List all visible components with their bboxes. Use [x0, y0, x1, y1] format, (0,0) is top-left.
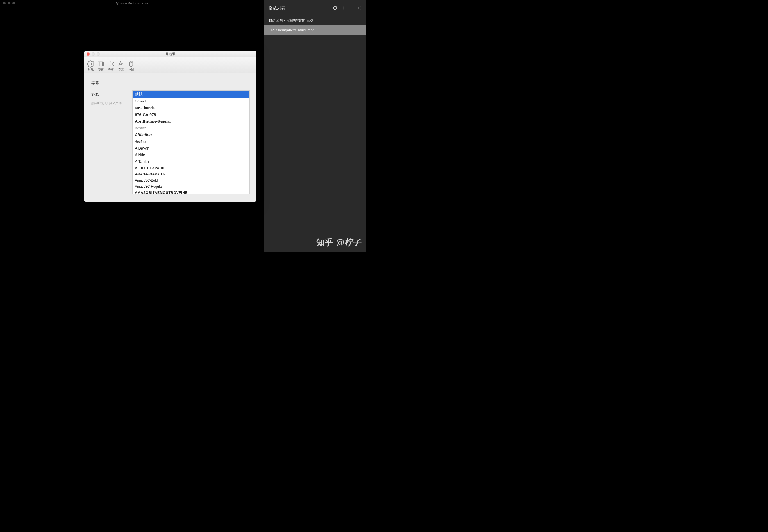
font-option[interactable]: ALDOTHEAPACHE — [132, 165, 250, 171]
tab-video-label: 视频 — [98, 68, 104, 72]
font-option[interactable]: 676-CAI978 — [132, 111, 250, 118]
close-icon[interactable] — [357, 6, 362, 10]
font-option[interactable]: AmaticSC-Regular — [132, 184, 250, 190]
tab-general[interactable]: 常规 — [86, 60, 96, 72]
tab-general-label: 常规 — [88, 68, 93, 72]
mouse-icon — [127, 60, 135, 68]
playlist-header: 播放列表 — [264, 0, 366, 16]
font-field-row: 字体: 需要重新打开媒体文件. 默认123and60SEkuntia676-CA… — [91, 90, 250, 194]
tab-subtitle[interactable]: + 字幕 — [116, 60, 126, 72]
font-option[interactable]: AMAZOBITAEMOSTROVFINE — [132, 190, 250, 194]
prefs-body: 字幕 字体: 需要重新打开媒体文件. 默认123and60SEkuntia676… — [84, 73, 257, 202]
refresh-icon[interactable] — [333, 6, 337, 10]
playlist-item[interactable]: 封茗囧菌 - 安娜的橱窗.mp3 — [264, 16, 366, 25]
font-option[interactable]: Againts — [132, 138, 250, 145]
watermark: 知乎 @柠子 — [316, 237, 361, 248]
tab-audio-label: 音频 — [108, 68, 114, 72]
add-icon[interactable] — [341, 6, 345, 10]
field-left-column: 字体: 需要重新打开媒体文件. — [91, 90, 132, 105]
playlist-panel: 播放列表 封茗囧菌 - 安娜的橱窗.mp3URLManagerPro_macll… — [264, 0, 366, 252]
tab-control[interactable]: 控制 — [126, 60, 136, 72]
tab-subtitle-label: 字幕 — [118, 68, 124, 72]
playlist-title: 播放列表 — [269, 5, 285, 11]
main-window-title: M www.MacDown.com — [0, 1, 264, 5]
prefs-title: 首选项 — [84, 52, 257, 56]
tab-video[interactable]: 视频 — [96, 60, 106, 72]
font-option[interactable]: 60SEkuntia — [132, 105, 250, 111]
tab-control-label: 控制 — [128, 68, 134, 72]
gear-icon — [87, 60, 94, 68]
macdown-logo-icon: M — [116, 2, 119, 5]
svg-rect-6 — [98, 62, 104, 66]
font-field-label: 字体: — [91, 92, 132, 97]
font-option[interactable]: 默认 — [132, 91, 250, 98]
speaker-icon — [107, 60, 115, 68]
font-dropdown-list[interactable]: 默认123and60SEkuntia676-CAI978AbrilFatface… — [132, 90, 250, 194]
section-subtitle-label: 字幕 — [91, 81, 250, 86]
main-window-titlebar: M www.MacDown.com — [0, 0, 264, 6]
font-option[interactable]: AlNile — [132, 152, 250, 158]
main-window-title-text: www.MacDown.com — [120, 1, 148, 5]
remove-icon[interactable] — [349, 6, 353, 10]
svg-marker-11 — [108, 61, 111, 66]
font-option[interactable]: AbrilFatface-Regular — [132, 118, 250, 125]
font-option[interactable]: Affliction — [132, 131, 250, 138]
font-option[interactable]: AMADA-REGULAR — [132, 171, 250, 177]
playlist-item[interactable]: URLManagerPro_macll.mp4 — [264, 25, 366, 35]
playlist-items: 封茗囧菌 - 安娜的橱窗.mp3URLManagerPro_macll.mp4 — [264, 16, 366, 35]
tab-audio[interactable]: 音频 — [106, 60, 116, 72]
film-icon — [97, 60, 104, 68]
svg-point-5 — [90, 63, 92, 65]
watermark-brand: 知乎 — [316, 237, 333, 248]
font-option[interactable]: AmaticSC-Bold — [132, 177, 250, 184]
playlist-actions — [333, 6, 362, 10]
font-option[interactable]: 123and — [132, 98, 250, 105]
font-icon: + — [117, 60, 125, 68]
font-option[interactable]: AlTarikh — [132, 158, 250, 165]
svg-text:+: + — [122, 62, 123, 65]
font-option[interactable]: Acadian — [132, 125, 250, 131]
font-option[interactable]: AlBayan — [132, 145, 250, 152]
watermark-user: @柠子 — [336, 237, 361, 248]
font-field-hint: 需要重新打开媒体文件. — [91, 101, 132, 105]
preferences-window: 首选项 常规 视频 音频 + 字幕 控制 字幕 字体: 需要重新打开媒体文件. — [84, 51, 257, 202]
prefs-toolbar: 常规 视频 音频 + 字幕 控制 — [84, 57, 257, 73]
prefs-titlebar: 首选项 — [84, 51, 257, 57]
